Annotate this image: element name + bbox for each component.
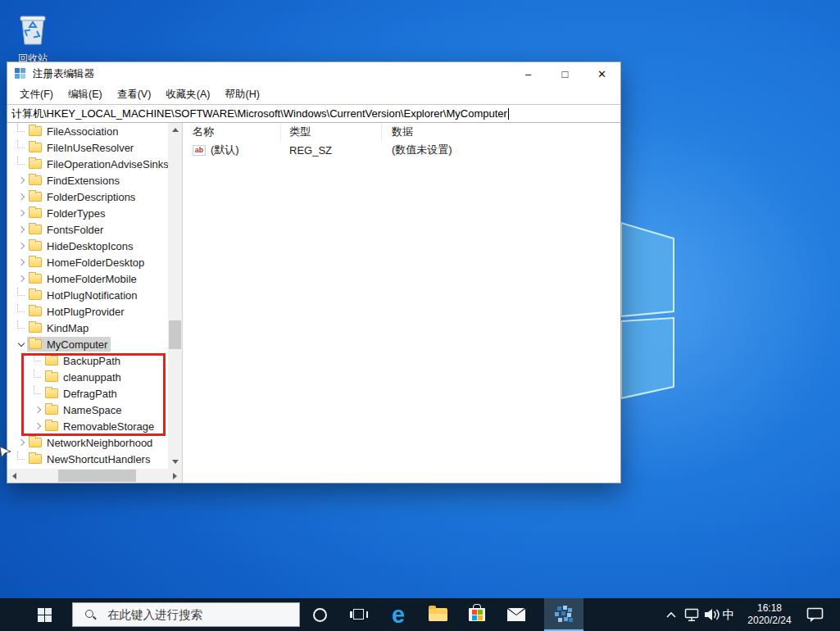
tree-item-content[interactable]: RemovableStorage — [43, 419, 157, 434]
tree-item-RemovableStorage[interactable]: RemovableStorage — [7, 418, 168, 434]
tree-item-content[interactable]: NetworkNeighborhood — [27, 435, 156, 450]
tree-item-HideDesktopIcons[interactable]: HideDesktopIcons — [7, 238, 168, 254]
close-button[interactable]: ✕ — [583, 62, 620, 85]
tree-item-FileInUseResolver[interactable]: FileInUseResolver — [7, 139, 168, 156]
tree-item-DefragPath[interactable]: DefragPath — [7, 385, 168, 402]
expander-collapsed-icon[interactable] — [15, 227, 27, 232]
tree-item-HotPlugProvider[interactable]: HotPlugProvider — [7, 303, 168, 320]
mail-button[interactable] — [497, 598, 536, 631]
tree-item-HotPlugNotification[interactable]: HotPlugNotification — [7, 287, 168, 303]
tree-item-content[interactable]: FileOperationAdviseSinks — [27, 157, 168, 171]
folder-icon — [29, 339, 42, 349]
tree-item-content[interactable]: HideDesktopIcons — [27, 238, 137, 253]
maximize-button[interactable]: □ — [547, 62, 583, 85]
edge-button[interactable]: e — [379, 598, 418, 631]
tree-guide-line — [15, 304, 27, 319]
menu-item[interactable]: 文件(F) — [12, 88, 61, 102]
value-row[interactable]: ab(默认)REG_SZ(数值未设置) — [183, 141, 620, 159]
start-button[interactable] — [25, 598, 64, 631]
tree-item-KindMap[interactable]: KindMap — [7, 320, 168, 336]
expander-collapsed-icon[interactable] — [15, 178, 27, 183]
tree-item-content[interactable]: FindExtensions — [27, 173, 123, 188]
store-button[interactable] — [457, 598, 497, 631]
vertical-scroll-thumb[interactable] — [169, 320, 181, 349]
tree-item-BackupPath[interactable]: BackupPath — [7, 352, 168, 369]
tree-item-content[interactable]: HotPlugNotification — [27, 288, 141, 302]
expander-expanded-icon[interactable] — [15, 343, 27, 346]
tree-item-FolderTypes[interactable]: FolderTypes — [7, 205, 168, 221]
expander-collapsed-icon[interactable] — [15, 260, 27, 265]
tree-item-content[interactable]: BackupPath — [43, 353, 124, 368]
tree-guide-line — [31, 370, 43, 384]
scroll-right-arrow-icon[interactable] — [168, 469, 182, 483]
regedit-taskbar-button[interactable] — [544, 598, 583, 631]
tree-item-content[interactable]: FolderTypes — [27, 206, 109, 220]
tree-item-content[interactable]: DefragPath — [43, 386, 120, 401]
tree-item-FontsFolder[interactable]: FontsFolder — [7, 221, 168, 238]
tree-item-content[interactable]: NewShortcutHandlers — [27, 452, 153, 466]
expander-collapsed-icon[interactable] — [31, 424, 43, 429]
action-center-button[interactable] — [801, 598, 829, 631]
tree-item-NameSpace[interactable]: NameSpace — [7, 402, 168, 418]
address-bar-input[interactable]: 计算机\HKEY_LOCAL_MACHINE\SOFTWARE\Microsof… — [7, 104, 620, 123]
tree-item-content[interactable]: FontsFolder — [27, 222, 107, 237]
expander-collapsed-icon[interactable] — [15, 211, 27, 216]
tree-item-content[interactable]: FileAssociation — [27, 124, 121, 138]
tree-item-MyComputer[interactable]: MyComputer — [7, 336, 168, 352]
tree-item-content[interactable]: HotPlugProvider — [27, 304, 128, 319]
clock[interactable]: 16:18 2020/2/24 — [739, 598, 800, 631]
tree-item-content[interactable]: FileInUseResolver — [27, 140, 137, 155]
expander-collapsed-icon[interactable] — [15, 243, 27, 248]
network-icon — [684, 608, 701, 622]
tree-item-NewShortcutHandlers[interactable]: NewShortcutHandlers — [7, 451, 168, 467]
menu-item[interactable]: 收藏夹(A) — [158, 88, 217, 102]
tree-item-FindExtensions[interactable]: FindExtensions — [7, 172, 168, 188]
tree-item-FileOperationAdviseSinks[interactable]: FileOperationAdviseSinks — [7, 156, 168, 172]
horizontal-scrollbar[interactable] — [7, 469, 182, 483]
tree-item-HomeFolderMobile[interactable]: HomeFolderMobile — [7, 270, 168, 287]
expander-collapsed-icon[interactable] — [15, 440, 27, 445]
tree-item-selected-content[interactable]: MyComputer — [27, 337, 111, 352]
ime-indicator[interactable]: 中 — [718, 598, 739, 631]
scroll-up-arrow-icon[interactable] — [168, 123, 182, 137]
tree-item-content[interactable]: HomeFolderDesktop — [27, 255, 148, 270]
scroll-down-arrow-icon[interactable] — [168, 455, 182, 469]
value-type: REG_SZ — [281, 141, 382, 159]
tree-item-NetworkNeighborhood[interactable]: NetworkNeighborhood — [7, 434, 168, 451]
expander-collapsed-icon[interactable] — [15, 276, 27, 281]
tree-item-content[interactable]: FolderDescriptions — [27, 189, 138, 204]
column-header[interactable]: 类型 — [281, 123, 382, 141]
expander-collapsed-icon[interactable] — [15, 194, 27, 199]
title-bar[interactable]: 注册表编辑器 – □ ✕ — [7, 62, 620, 85]
tree-item-content[interactable]: HomeFolderMobile — [27, 271, 140, 286]
menu-item[interactable]: 查看(V) — [110, 88, 159, 102]
scroll-left-arrow-icon[interactable] — [7, 469, 21, 483]
minimize-button[interactable]: – — [510, 62, 547, 85]
recycle-bin-desktop-icon[interactable]: 回收站 — [10, 7, 56, 66]
search-box[interactable]: 在此键入进行搜索 — [72, 602, 300, 627]
menu-item[interactable]: 编辑(E) — [61, 88, 110, 102]
mouse-cursor — [0, 446, 13, 459]
folder-icon — [29, 290, 42, 300]
folder-icon — [45, 405, 58, 415]
cortana-button[interactable] — [300, 598, 339, 631]
vertical-scrollbar[interactable] — [168, 123, 182, 469]
file-explorer-button[interactable] — [418, 598, 457, 631]
tree-item-FileAssociation[interactable]: FileAssociation — [7, 123, 168, 139]
tree-item-content[interactable]: cleanuppath — [43, 370, 125, 384]
tree-item-content[interactable]: NameSpace — [43, 402, 125, 417]
tray-expand-button[interactable] — [661, 598, 682, 631]
column-header[interactable]: 名称 — [183, 123, 281, 141]
tree-item-label: KindMap — [47, 322, 89, 334]
tree-item-FolderDescriptions[interactable]: FolderDescriptions — [7, 188, 168, 205]
column-header[interactable]: 数据 — [382, 123, 620, 141]
menu-item[interactable]: 帮助(H) — [217, 88, 266, 102]
tree-item-content[interactable]: KindMap — [27, 320, 92, 335]
expander-collapsed-icon[interactable] — [31, 407, 43, 412]
tree-item-HomeFolderDesktop[interactable]: HomeFolderDesktop — [7, 254, 168, 270]
tree-item-cleanuppath[interactable]: cleanuppath — [7, 369, 168, 385]
horizontal-scroll-thumb[interactable] — [58, 470, 136, 482]
network-tray-button[interactable] — [682, 598, 703, 631]
ime-label: 中 — [723, 607, 735, 623]
task-view-button[interactable] — [339, 598, 379, 631]
